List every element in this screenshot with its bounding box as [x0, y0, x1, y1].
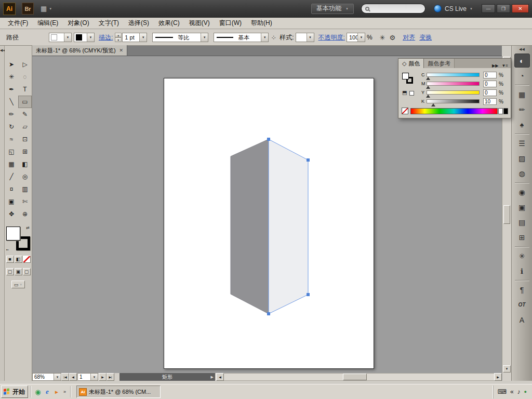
- perspective-grid-tool[interactable]: ⊞: [18, 145, 32, 158]
- swatches-panel-icon[interactable]: ▦: [514, 87, 530, 101]
- status-dot-icon[interactable]: ●: [524, 389, 527, 394]
- stepper-up-icon[interactable]: ▲: [115, 33, 122, 37]
- last-artboard-icon[interactable]: ▶|: [107, 373, 114, 381]
- layers-panel-icon[interactable]: ▤: [514, 215, 530, 229]
- default-fill-stroke-icon[interactable]: ▪▫: [6, 248, 9, 251]
- bridge-launch-icon[interactable]: Br: [22, 3, 34, 15]
- previous-artboard-icon[interactable]: ◀: [69, 373, 77, 381]
- next-artboard-icon[interactable]: ▶: [99, 373, 107, 381]
- none-paint-button[interactable]: [23, 256, 31, 263]
- scroll-left-icon[interactable]: ◀: [216, 373, 224, 381]
- width-profile-dropdown[interactable]: 等比: [152, 33, 208, 42]
- menu-edit[interactable]: 编辑(E): [33, 19, 63, 28]
- cyan-slider[interactable]: [427, 73, 480, 77]
- navigator-panel-icon[interactable]: ✳: [514, 249, 530, 263]
- graphic-styles-panel-icon[interactable]: ▣: [514, 200, 530, 214]
- search-input[interactable]: [372, 6, 419, 12]
- menu-type[interactable]: 文字(T): [94, 19, 124, 28]
- fill-color-dropdown[interactable]: [49, 33, 72, 42]
- type-tool[interactable]: T: [18, 83, 32, 96]
- tray-collapse-icon[interactable]: «: [510, 388, 514, 395]
- panel-menu-icon[interactable]: ▼≡: [501, 63, 508, 68]
- anchor-point-top[interactable]: [267, 138, 270, 141]
- column-graph-tool[interactable]: ▥: [18, 183, 32, 195]
- artboard[interactable]: [164, 78, 374, 369]
- none-swatch[interactable]: [402, 108, 408, 114]
- restore-button[interactable]: ❐: [497, 4, 510, 13]
- left-dock-collapse-strip[interactable]: ◀◀: [0, 46, 5, 381]
- artboard-tool[interactable]: ▣: [5, 195, 18, 208]
- blend-tool[interactable]: ◎: [18, 170, 32, 183]
- menu-object[interactable]: 对象(O): [63, 19, 94, 28]
- selection-tool[interactable]: ➤: [5, 58, 18, 71]
- search-box[interactable]: [361, 4, 425, 14]
- scale-tool[interactable]: ▱: [18, 121, 32, 133]
- align-link[interactable]: 对齐: [403, 33, 415, 42]
- stroke-panel-link[interactable]: 描边:: [99, 33, 113, 42]
- brushes-panel-icon[interactable]: ✏: [514, 102, 530, 116]
- line-tool[interactable]: ╲: [5, 96, 18, 108]
- transparency-panel-icon[interactable]: ◍: [514, 166, 530, 180]
- stroke-weight-stepper[interactable]: ▲ ▼: [115, 33, 122, 42]
- black-slider-thumb[interactable]: [431, 103, 435, 107]
- black-value-field[interactable]: 10: [483, 98, 497, 105]
- gradient-paint-button[interactable]: ◧: [15, 256, 22, 263]
- tab-color[interactable]: ◇ 颜色: [398, 59, 424, 68]
- draw-behind-button[interactable]: ▣: [15, 268, 22, 275]
- yellow-value-field[interactable]: 0: [483, 89, 497, 96]
- tab-close-icon[interactable]: ✕: [119, 48, 124, 53]
- draw-inside-button[interactable]: ▢: [23, 268, 31, 275]
- zoom-tool[interactable]: ⊕: [18, 208, 32, 220]
- fill-swatch-box[interactable]: [6, 227, 20, 241]
- appearance-panel-icon[interactable]: ◉: [514, 185, 530, 199]
- menu-select[interactable]: 选择(S): [124, 19, 154, 28]
- opacity-dropdown[interactable]: 100: [347, 33, 365, 42]
- media-player-icon[interactable]: ►: [52, 387, 61, 396]
- color-panel-icon[interactable]: ◐: [514, 54, 530, 68]
- cyan-value-field[interactable]: 0: [483, 72, 497, 78]
- vertical-scroll-thumb[interactable]: [503, 205, 510, 224]
- opacity-link[interactable]: 不透明度:: [318, 33, 345, 42]
- magic-wand-tool[interactable]: ✳: [5, 71, 18, 83]
- gamut-swatch[interactable]: [409, 91, 414, 96]
- scroll-down-icon[interactable]: ▼: [503, 365, 511, 373]
- horizontal-scrollbar[interactable]: [224, 373, 494, 381]
- rotate-tool[interactable]: ↻: [5, 121, 18, 133]
- menu-effect[interactable]: 效果(C): [154, 19, 184, 28]
- draw-normal-button[interactable]: ▢: [6, 268, 14, 275]
- color-guide-panel-icon[interactable]: ◔: [514, 69, 530, 83]
- opentype-panel-icon[interactable]: OT: [514, 298, 530, 312]
- anchor-point-right-top[interactable]: [307, 158, 310, 162]
- first-artboard-icon[interactable]: |◀: [61, 373, 69, 381]
- minimize-button[interactable]: —: [482, 4, 495, 13]
- style-dropdown[interactable]: [296, 33, 314, 42]
- recolor-artwork-icon[interactable]: ✳: [380, 34, 385, 42]
- box-right-face[interactable]: [269, 139, 308, 314]
- out-of-gamut-cube-icon[interactable]: ⬒: [402, 90, 407, 96]
- ie-icon[interactable]: e: [43, 387, 52, 396]
- free-transform-tool[interactable]: ⊡: [18, 133, 32, 145]
- arrange-documents-icon[interactable]: ▦ ▼: [41, 5, 52, 12]
- mesh-tool[interactable]: ▦: [5, 158, 18, 170]
- gradient-panel-icon[interactable]: ▨: [514, 151, 530, 165]
- transform-link[interactable]: 变换: [419, 33, 432, 42]
- paragraph-panel-icon[interactable]: ¶: [514, 283, 530, 297]
- stroke-weight-dropdown[interactable]: 1 pt: [122, 33, 147, 42]
- panel-collapse-icon[interactable]: ▶▶: [492, 63, 498, 68]
- hand-tool[interactable]: ✥: [5, 208, 18, 220]
- symbols-panel-icon[interactable]: ♠: [514, 117, 530, 131]
- box-left-face[interactable]: [231, 139, 269, 314]
- brush-definition-dropdown[interactable]: 基本: [214, 33, 269, 42]
- quick-launch-overflow-icon[interactable]: »: [63, 389, 66, 394]
- stepper-down-icon[interactable]: ▼: [115, 37, 122, 42]
- black-slider[interactable]: [427, 99, 480, 103]
- start-button[interactable]: 开始: [1, 385, 28, 398]
- character-panel-icon[interactable]: A: [514, 313, 530, 327]
- shape-builder-tool[interactable]: ◱: [5, 145, 18, 158]
- stroke-options-icon[interactable]: ⁘: [271, 34, 276, 42]
- tab-color-guide[interactable]: 颜色参考: [424, 59, 455, 68]
- pen-tool[interactable]: ✒: [5, 83, 18, 96]
- magenta-slider[interactable]: [427, 82, 480, 86]
- color-paint-button[interactable]: ■: [6, 256, 14, 263]
- scroll-right-icon[interactable]: ▶: [494, 373, 502, 381]
